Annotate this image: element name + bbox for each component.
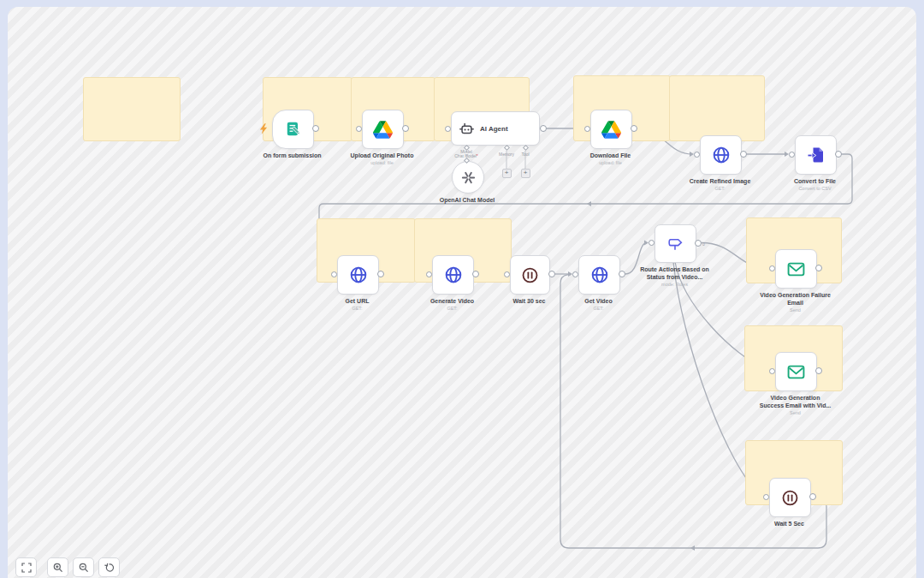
globe-icon <box>712 146 731 164</box>
node-label-wait-5-sec: Wait 5 Sec <box>738 520 841 527</box>
pause-icon <box>521 266 539 284</box>
openai-icon <box>460 170 477 186</box>
node-wait-5-sec[interactable] <box>769 478 811 517</box>
wait-30-sec-output-port[interactable] <box>548 271 555 277</box>
zoom-in-button[interactable] <box>47 557 68 577</box>
wait-30-sec-input-port[interactable] <box>504 271 510 277</box>
trigger-lightning-icon <box>259 122 268 138</box>
agent-tool-label: Tool <box>506 152 544 158</box>
globe-icon <box>590 265 609 284</box>
node-download-file[interactable] <box>590 110 632 149</box>
node-ai-agent[interactable]: AI Agent <box>451 111 540 146</box>
get-url-output-port[interactable] <box>377 271 384 277</box>
email-icon <box>787 262 805 277</box>
undo-button[interactable] <box>98 557 120 577</box>
node-subtitle: GET: <box>669 186 772 192</box>
undo-icon <box>104 563 115 573</box>
agent-chat-model-label: Chat Model* <box>447 154 485 159</box>
fit-icon <box>21 563 32 573</box>
convert-to-file-output-port[interactable] <box>835 151 842 158</box>
node-subtitle: mode: Rules <box>624 282 726 288</box>
download-file-input-port[interactable] <box>584 126 590 132</box>
google-drive-icon <box>601 121 621 139</box>
google-drive-icon <box>373 121 393 139</box>
node-convert-to-file[interactable] <box>795 135 837 175</box>
agent-memory-connector[interactable] <box>503 145 509 151</box>
route-actions-input-port[interactable] <box>649 240 654 246</box>
globe-icon <box>349 265 368 284</box>
video-generation-failure-email-output-port[interactable] <box>815 265 822 271</box>
pause-icon <box>781 489 799 507</box>
node-subtitle: upload: file <box>331 160 434 166</box>
node-subtitle: upload: file <box>560 160 662 166</box>
add-memory-button[interactable]: + <box>502 169 512 178</box>
arrowhead <box>587 201 591 206</box>
node-label-on-form-submission: On form submission <box>241 152 344 159</box>
wait-5-sec-input-port[interactable] <box>763 494 769 500</box>
node-label-video-generation-success-email: Video Generation Success Email with Vid.… <box>744 394 847 416</box>
zoom-in-icon <box>53 563 63 573</box>
node-generate-video[interactable] <box>432 255 474 295</box>
on-form-submission-output-port[interactable] <box>312 125 319 132</box>
get-video-input-port[interactable] <box>572 271 578 277</box>
workflow-world: On form submissionUpload Original Photou… <box>0 0 924 578</box>
node-label-create-refined-image: Create Refined ImageGET: <box>669 177 772 192</box>
video-generation-failure-email-input-port[interactable] <box>769 265 775 271</box>
node-on-form-submission[interactable] <box>272 110 314 149</box>
arrowhead <box>690 545 695 551</box>
node-label-video-generation-failure-email: Video Generation Failure EmailSend <box>744 291 847 313</box>
node-get-video[interactable] <box>578 255 620 295</box>
node-video-generation-failure-email[interactable] <box>775 249 817 289</box>
sticky-note-1[interactable] <box>83 77 181 141</box>
route-actions-output-port[interactable] <box>695 240 702 247</box>
node-get-url[interactable] <box>337 255 379 295</box>
video-generation-success-email-input-port[interactable] <box>769 368 775 374</box>
node-subtitle: GET: <box>548 306 650 312</box>
robot-icon <box>459 122 474 135</box>
node-label-openai-chat-model: OpenAI Chat Model <box>416 196 518 204</box>
sticky-note-6[interactable] <box>669 75 765 141</box>
node-upload-original-photo[interactable] <box>362 110 404 149</box>
node-wait-30-sec[interactable] <box>510 255 550 295</box>
switch-output-index: 0 <box>702 241 705 247</box>
ai-agent-input-port[interactable] <box>445 126 451 132</box>
zoom-out-icon <box>79 563 89 573</box>
upload-original-photo-output-port[interactable] <box>402 125 409 132</box>
ai-agent-output-port[interactable] <box>540 125 547 132</box>
video-generation-success-email-output-port[interactable] <box>815 367 822 374</box>
agent-tool-connector[interactable] <box>522 145 528 151</box>
node-label-download-file: Download Fileupload: file <box>560 152 662 166</box>
node-label-upload-original-photo: Upload Original Photoupload: file <box>331 152 434 166</box>
node-video-generation-success-email[interactable] <box>775 352 817 391</box>
upload-original-photo-input-port[interactable] <box>356 126 362 132</box>
globe-icon <box>444 265 463 284</box>
node-create-refined-image[interactable] <box>700 135 742 175</box>
form-trigger-icon <box>285 121 302 138</box>
file-convert-icon <box>808 146 825 164</box>
convert-to-file-input-port[interactable] <box>789 152 795 158</box>
node-label-get-url: Get URLGET: <box>306 297 409 312</box>
node-route-actions[interactable] <box>654 224 696 263</box>
email-icon <box>787 365 805 379</box>
node-subtitle: Send <box>744 307 847 313</box>
node-label-convert-to-file: Convert to FileConvert to CSV <box>764 177 867 192</box>
node-openai-chat-model[interactable] <box>452 161 484 194</box>
required-asterisk: * <box>477 153 478 158</box>
node-label-get-video: Get VideoGET: <box>548 297 650 312</box>
node-title: AI Agent <box>480 125 508 133</box>
create-refined-image-output-port[interactable] <box>740 151 747 158</box>
node-label-route-actions: Route Actions Based on Status from Video… <box>624 265 726 288</box>
generate-video-output-port[interactable] <box>472 271 479 277</box>
generate-video-input-port[interactable] <box>426 271 432 277</box>
zoom-out-button[interactable] <box>73 557 94 577</box>
add-tool-button[interactable]: + <box>521 169 530 178</box>
switch-icon <box>666 235 684 253</box>
wait-5-sec-output-port[interactable] <box>809 493 816 500</box>
node-subtitle: GET: <box>401 306 504 312</box>
node-subtitle: GET: <box>306 306 409 312</box>
fit-view-button[interactable] <box>15 557 37 577</box>
download-file-output-port[interactable] <box>631 125 637 132</box>
get-url-input-port[interactable] <box>331 271 337 277</box>
create-refined-image-input-port[interactable] <box>694 152 700 158</box>
node-subtitle: Convert to CSV <box>764 186 867 192</box>
